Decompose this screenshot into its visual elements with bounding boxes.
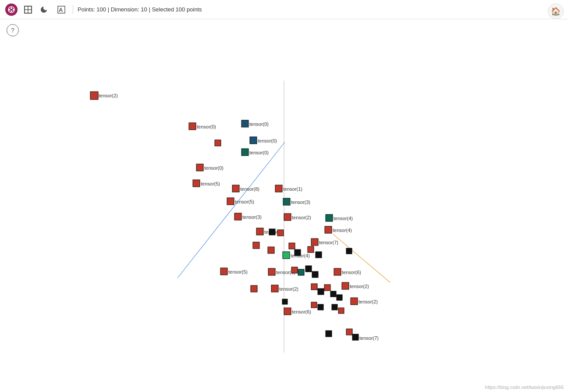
svg-rect-40 (326, 214, 333, 221)
svg-rect-80 (337, 295, 342, 300)
svg-text:tensor(6): tensor(6) (342, 270, 361, 275)
svg-rect-42 (256, 228, 263, 235)
svg-rect-2 (13, 9, 14, 11)
svg-text:tensor(0): tensor(0) (258, 138, 277, 143)
svg-rect-59 (220, 268, 227, 275)
home-button[interactable]: 🏠 (548, 4, 564, 19)
svg-rect-84 (311, 302, 317, 308)
svg-rect-79 (330, 291, 336, 297)
svg-rect-75 (342, 282, 349, 289)
svg-rect-32 (227, 198, 234, 205)
points-label: Points: 100 (78, 6, 106, 13)
svg-text:tensor(4): tensor(4) (333, 228, 352, 233)
svg-text:tensor(1): tensor(1) (283, 186, 302, 192)
scatter-plot-svg: tensor(2) tensor(0) tensor(0) tensor(0) … (0, 19, 568, 392)
crop-icon-button[interactable] (21, 3, 35, 17)
svg-rect-69 (251, 285, 257, 292)
svg-rect-3 (11, 7, 12, 9)
svg-rect-26 (193, 180, 200, 187)
svg-rect-90 (352, 334, 359, 340)
watermark: https://blog.csdn.net/kaixinjiuxing666 (485, 385, 564, 390)
dimension-label: Dimension: 10 (111, 6, 147, 13)
text-icon-button[interactable]: A (54, 3, 68, 17)
svg-rect-67 (334, 268, 341, 275)
svg-rect-56 (308, 246, 314, 253)
svg-rect-53 (268, 247, 274, 253)
svg-rect-83 (282, 299, 288, 304)
svg-rect-21 (215, 140, 221, 146)
svg-rect-81 (284, 308, 291, 315)
svg-rect-54 (289, 243, 295, 249)
svg-rect-77 (351, 298, 358, 305)
svg-rect-61 (268, 268, 275, 275)
svg-rect-44 (269, 229, 275, 235)
svg-text:tensor(0): tensor(0) (204, 165, 224, 171)
svg-text:A: A (59, 7, 63, 13)
toolbar: A Points: 100 | Dimension: 10 | Selected… (0, 0, 568, 19)
divider1 (73, 5, 73, 14)
sep1: | (106, 6, 111, 13)
svg-text:tensor(3): tensor(3) (242, 214, 262, 220)
svg-text:tensor(5): tensor(5) (201, 181, 220, 186)
svg-rect-72 (311, 284, 317, 290)
svg-rect-65 (305, 266, 312, 272)
toolbar-stats: Points: 100 | Dimension: 10 | Selected 1… (78, 6, 202, 13)
svg-rect-15 (189, 123, 196, 130)
svg-rect-86 (332, 304, 337, 310)
svg-rect-50 (283, 252, 290, 259)
svg-line-11 (178, 142, 285, 278)
moon-icon (40, 5, 49, 14)
svg-text:tensor(8): tensor(8) (240, 186, 259, 192)
svg-rect-87 (338, 308, 344, 314)
svg-rect-38 (284, 214, 291, 221)
svg-rect-30 (275, 185, 282, 192)
svg-rect-19 (250, 137, 257, 144)
svg-line-12 (333, 234, 390, 282)
film-icon (5, 4, 18, 16)
svg-text:tensor(0): tensor(0) (197, 124, 216, 129)
svg-rect-74 (324, 285, 330, 291)
scatter-canvas[interactable]: tensor(2) tensor(0) tensor(0) tensor(0) … (0, 19, 568, 392)
svg-text:tensor(2): tensor(2) (279, 286, 298, 292)
svg-rect-28 (232, 185, 239, 192)
svg-rect-48 (311, 239, 318, 246)
svg-rect-13 (90, 92, 98, 100)
svg-text:tensor(7): tensor(7) (359, 335, 379, 341)
svg-text:tensor(5): tensor(5) (228, 269, 248, 274)
svg-rect-73 (318, 289, 324, 295)
svg-rect-70 (271, 285, 278, 292)
svg-rect-45 (277, 230, 284, 236)
svg-rect-64 (298, 269, 304, 275)
svg-rect-24 (241, 149, 248, 156)
svg-rect-22 (196, 164, 203, 171)
svg-text:tensor(2): tensor(2) (359, 299, 378, 304)
svg-rect-55 (295, 249, 301, 256)
svg-text:tensor(2): tensor(2) (292, 215, 311, 220)
svg-text:tensor(4): tensor(4) (334, 216, 353, 221)
svg-text:tensor(0): tensor(0) (249, 121, 269, 127)
svg-text:tensor(2): tensor(2) (99, 93, 118, 98)
svg-rect-4 (11, 11, 12, 12)
svg-rect-88 (326, 331, 332, 337)
film-icon-button[interactable] (4, 3, 18, 17)
moon-icon-button[interactable] (38, 3, 52, 17)
svg-rect-1 (9, 9, 10, 11)
svg-rect-85 (318, 304, 323, 310)
sep2: | (147, 6, 152, 13)
svg-rect-89 (346, 329, 352, 335)
home-icon: 🏠 (551, 7, 561, 16)
svg-text:tensor(5): tensor(5) (235, 199, 254, 204)
svg-text:tensor(6): tensor(6) (292, 309, 311, 314)
svg-rect-58 (346, 248, 352, 254)
svg-rect-66 (312, 271, 318, 278)
svg-text:tensor(2): tensor(2) (350, 284, 369, 289)
svg-text:tensor(0): tensor(0) (249, 150, 269, 155)
selected-label: Selected 100 points (152, 6, 202, 13)
svg-text:tensor(7): tensor(7) (319, 240, 338, 245)
text-icon: A (57, 5, 66, 14)
svg-rect-36 (234, 213, 241, 220)
svg-rect-57 (316, 252, 322, 258)
svg-text:tensor(3): tensor(3) (291, 200, 310, 205)
svg-rect-17 (241, 120, 248, 127)
svg-rect-63 (291, 267, 298, 273)
